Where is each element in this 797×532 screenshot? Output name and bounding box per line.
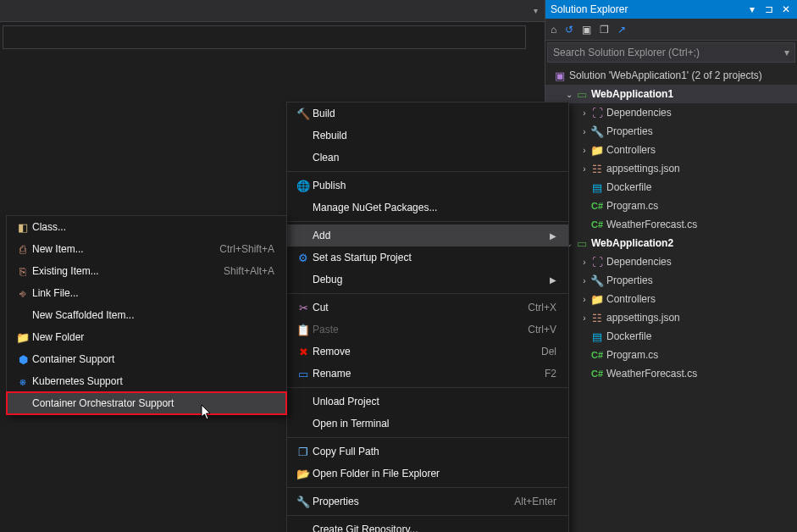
rename-icon: ▭ xyxy=(298,369,308,380)
solution-label: Solution 'WebApplication1' (2 of 2 proje… xyxy=(569,69,762,81)
gear-icon: ⚙ xyxy=(298,252,308,263)
panel-title: Solution Explorer xyxy=(551,3,746,15)
project-label: WebApplication2 xyxy=(591,237,673,249)
menu-publish[interactable]: 🌐Publish xyxy=(287,175,568,197)
project-label: WebApplication1 xyxy=(591,88,673,100)
menu-properties[interactable]: 🔧PropertiesAlt+Enter xyxy=(287,490,568,513)
solution-node[interactable]: ▣ Solution 'WebApplication1' (2 of 2 pro… xyxy=(545,66,797,85)
expander-icon[interactable]: › xyxy=(579,108,589,118)
tree-item-controllers[interactable]: ›📁Controllers xyxy=(545,290,797,308)
panel-menu-icon[interactable]: ▾ xyxy=(746,3,758,15)
folder-icon: 📁 xyxy=(590,145,604,156)
menu-nuget[interactable]: Manage NuGet Packages... xyxy=(287,197,568,219)
menu-rebuild[interactable]: Rebuild xyxy=(287,125,568,147)
submenu-kubernetes-support[interactable]: ⎈Kubernetes Support xyxy=(7,370,286,392)
dependencies-icon: ⛶ xyxy=(592,108,603,119)
menu-terminal[interactable]: Open in Terminal xyxy=(287,413,568,435)
home-icon[interactable]: ⌂ xyxy=(551,24,556,36)
search-placeholder: Search Solution Explorer (Ctrl+;) xyxy=(553,47,784,58)
cs-icon: C# xyxy=(591,220,603,230)
tree-item-dependencies[interactable]: ›⛶Dependencies xyxy=(545,103,797,122)
menu-openfolder[interactable]: 📂Open Folder in File Explorer xyxy=(287,463,568,485)
clipboard-icon: 📋 xyxy=(296,324,310,335)
tree-item-weatherforecast[interactable]: C#WeatherForecast.cs xyxy=(545,364,797,383)
menu-copypath[interactable]: ❐Copy Full Path xyxy=(287,441,568,463)
csproj-icon: ▭ xyxy=(577,238,587,249)
editor-empty-frame xyxy=(3,25,526,49)
menu-remove[interactable]: ✖RemoveDel xyxy=(287,341,568,363)
menu-rename[interactable]: ▭RenameF2 xyxy=(287,363,568,385)
tree-item-controllers[interactable]: ›📁Controllers xyxy=(545,141,797,159)
project-node-webapplication2[interactable]: ⌄ ▭ WebApplication2 xyxy=(545,234,797,252)
menu-unload[interactable]: Unload Project xyxy=(287,391,568,413)
chevron-down-icon[interactable]: ▾ xyxy=(784,47,789,58)
close-icon[interactable]: ✕ xyxy=(780,3,792,15)
hammer-icon: 🔨 xyxy=(296,108,310,119)
solution-tree[interactable]: ▣ Solution 'WebApplication1' (2 of 2 pro… xyxy=(545,64,797,532)
globe-icon: 🌐 xyxy=(296,180,310,191)
submenu-existingitem[interactable]: ⎘Existing Item...Shift+Alt+A xyxy=(7,260,286,282)
copy-icon[interactable]: ❐ xyxy=(600,24,609,36)
context-menu: 🔨Build Rebuild Clean 🌐Publish Manage NuG… xyxy=(286,102,569,532)
tree-item-appsettings[interactable]: ›☷appsettings.json xyxy=(545,308,797,327)
container-icon: ⬢ xyxy=(19,354,28,365)
editor-tabwell: ▾ xyxy=(0,0,545,22)
solution-explorer: Solution Explorer ▾ ⊐ ✕ ⌂ ↺ ▣ ❐ ↗ Search… xyxy=(545,0,797,532)
add-submenu: ◧Class... ⎙New Item...Ctrl+Shift+A ⎘Exis… xyxy=(6,215,287,415)
separator xyxy=(287,387,568,388)
search-input[interactable]: Search Solution Explorer (Ctrl+;) ▾ xyxy=(547,42,795,63)
collapse-icon[interactable]: ▣ xyxy=(582,24,591,36)
submenu-container-support[interactable]: ⬢Container Support xyxy=(7,348,286,370)
json-icon: ☷ xyxy=(592,163,602,175)
menu-git[interactable]: Create Git Repository... xyxy=(287,518,568,532)
separator xyxy=(287,437,568,438)
panel-header[interactable]: Solution Explorer ▾ ⊐ ✕ xyxy=(545,0,797,19)
expander-icon[interactable]: ⌄ xyxy=(564,90,574,99)
tree-item-programcs[interactable]: C#Program.cs xyxy=(545,197,797,215)
tree-item-dockerfile[interactable]: ▤Dockerfile xyxy=(545,327,797,346)
submenu-scaffold[interactable]: New Scaffolded Item... xyxy=(7,304,286,326)
sync-icon[interactable]: ↺ xyxy=(565,24,573,36)
project-node-webapplication1[interactable]: ⌄ ▭ WebApplication1 xyxy=(545,85,797,103)
docker-icon: ▤ xyxy=(592,182,602,193)
menu-cut[interactable]: ✂CutCtrl+X xyxy=(287,296,568,319)
delete-icon: ✖ xyxy=(299,346,308,357)
csproj-icon: ▭ xyxy=(577,89,587,100)
menu-paste: 📋PasteCtrl+V xyxy=(287,319,568,341)
cs-icon: C# xyxy=(591,369,603,379)
editor-dropdown-icon[interactable]: ▾ xyxy=(530,4,541,17)
tree-item-properties[interactable]: ›🔧Properties xyxy=(545,122,797,141)
linkfile-icon: ⎆ xyxy=(19,288,26,299)
wrench-icon: 🔧 xyxy=(296,496,310,507)
menu-startup[interactable]: ⚙Set as Startup Project xyxy=(287,247,568,269)
separator xyxy=(287,171,568,172)
menu-build[interactable]: 🔨Build xyxy=(287,103,568,125)
submenu-container-orchestrator-support[interactable]: Container Orchestrator Support xyxy=(7,392,286,414)
tree-item-appsettings[interactable]: ›☷appsettings.json xyxy=(545,159,797,178)
tree-item-dockerfile[interactable]: ▤Dockerfile xyxy=(545,178,797,197)
submenu-arrow-icon: ▶ xyxy=(550,231,556,241)
submenu-arrow-icon: ▶ xyxy=(550,275,556,285)
tree-item-properties[interactable]: ›🔧Properties xyxy=(545,271,797,290)
tree-item-programcs[interactable]: C#Program.cs xyxy=(545,346,797,364)
wrench-icon: 🔧 xyxy=(590,126,604,137)
submenu-class[interactable]: ◧Class... xyxy=(7,216,286,238)
newitem-icon: ⎙ xyxy=(19,244,26,255)
submenu-newitem[interactable]: ⎙New Item...Ctrl+Shift+A xyxy=(7,238,286,260)
newfolder-icon: 📁 xyxy=(16,332,30,343)
solution-icon: ▣ xyxy=(555,70,565,81)
tree-item-dependencies[interactable]: ›⛶Dependencies xyxy=(545,252,797,271)
tree-item-weatherforecast[interactable]: C#WeatherForecast.cs xyxy=(545,215,797,234)
class-icon: ◧ xyxy=(18,222,28,233)
menu-debug[interactable]: Debug▶ xyxy=(287,269,568,291)
menu-clean[interactable]: Clean xyxy=(287,147,568,169)
folder-icon: 📁 xyxy=(590,294,604,305)
kubernetes-icon: ⎈ xyxy=(19,376,26,387)
pin-icon[interactable]: ⊐ xyxy=(763,3,775,15)
separator xyxy=(287,221,568,222)
dependencies-icon: ⛶ xyxy=(592,257,603,268)
submenu-linkfile[interactable]: ⎆Link File... xyxy=(7,282,286,304)
showall-icon[interactable]: ↗ xyxy=(617,24,626,36)
menu-add[interactable]: Add▶ xyxy=(287,224,568,247)
submenu-newfolder[interactable]: 📁New Folder xyxy=(7,326,286,348)
